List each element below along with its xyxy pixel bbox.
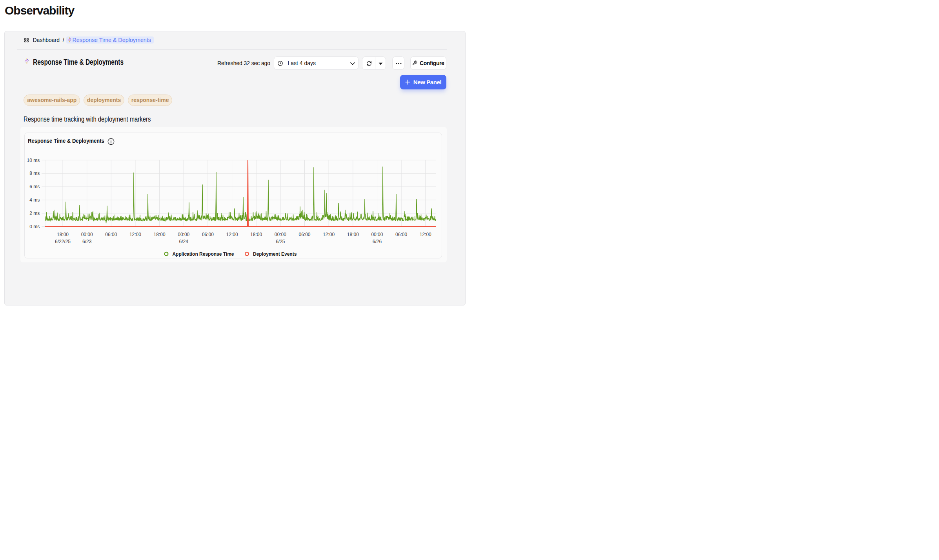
- svg-text:0 ms: 0 ms: [29, 224, 40, 229]
- svg-text:00:00: 00:00: [275, 232, 286, 237]
- svg-text:10 ms: 10 ms: [27, 158, 40, 163]
- svg-text:6/24: 6/24: [179, 239, 189, 244]
- svg-text:12:00: 12:00: [226, 232, 238, 237]
- svg-text:18:00: 18:00: [154, 232, 166, 237]
- svg-text:6/26: 6/26: [373, 239, 382, 244]
- svg-text:12:00: 12:00: [420, 232, 431, 237]
- svg-text:12:00: 12:00: [129, 232, 141, 237]
- svg-text:6/25: 6/25: [276, 239, 285, 244]
- svg-text:18:00: 18:00: [57, 232, 69, 237]
- svg-text:00:00: 00:00: [371, 232, 383, 237]
- svg-text:06:00: 06:00: [105, 232, 117, 237]
- svg-text:8 ms: 8 ms: [29, 171, 40, 176]
- svg-text:6/23: 6/23: [82, 239, 92, 244]
- svg-text:4 ms: 4 ms: [29, 197, 40, 203]
- svg-text:2 ms: 2 ms: [29, 211, 40, 216]
- svg-text:6/22/25: 6/22/25: [55, 239, 71, 244]
- svg-text:6 ms: 6 ms: [29, 184, 40, 189]
- svg-text:Application Response Time: Application Response Time: [172, 251, 234, 257]
- svg-text:06:00: 06:00: [395, 232, 407, 237]
- svg-text:Deployment Events: Deployment Events: [253, 251, 297, 257]
- svg-text:12:00: 12:00: [323, 232, 335, 237]
- svg-text:06:00: 06:00: [298, 232, 310, 237]
- svg-text:00:00: 00:00: [81, 232, 93, 237]
- svg-text:18:00: 18:00: [250, 232, 262, 237]
- svg-text:18:00: 18:00: [347, 232, 359, 237]
- svg-text:06:00: 06:00: [202, 232, 214, 237]
- svg-text:00:00: 00:00: [178, 232, 189, 237]
